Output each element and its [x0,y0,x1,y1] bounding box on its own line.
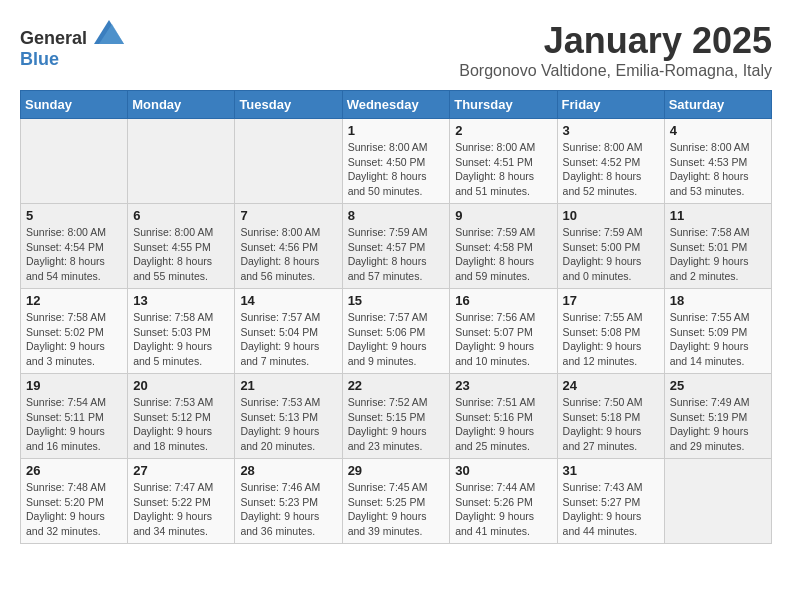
day-info: Sunrise: 7:57 AM Sunset: 5:06 PM Dayligh… [348,310,445,369]
weekday-header-sunday: Sunday [21,91,128,119]
day-info: Sunrise: 7:56 AM Sunset: 5:07 PM Dayligh… [455,310,551,369]
calendar-week-3: 12Sunrise: 7:58 AM Sunset: 5:02 PM Dayli… [21,289,772,374]
weekday-header-row: SundayMondayTuesdayWednesdayThursdayFrid… [21,91,772,119]
day-number: 22 [348,378,445,393]
calendar-cell: 1Sunrise: 8:00 AM Sunset: 4:50 PM Daylig… [342,119,450,204]
calendar-cell: 3Sunrise: 8:00 AM Sunset: 4:52 PM Daylig… [557,119,664,204]
logo: General Blue [20,20,124,70]
calendar-cell: 12Sunrise: 7:58 AM Sunset: 5:02 PM Dayli… [21,289,128,374]
weekday-header-wednesday: Wednesday [342,91,450,119]
logo-blue: Blue [20,49,59,69]
calendar-cell: 22Sunrise: 7:52 AM Sunset: 5:15 PM Dayli… [342,374,450,459]
day-number: 16 [455,293,551,308]
calendar-week-1: 1Sunrise: 8:00 AM Sunset: 4:50 PM Daylig… [21,119,772,204]
weekday-header-thursday: Thursday [450,91,557,119]
day-number: 25 [670,378,766,393]
calendar-cell: 14Sunrise: 7:57 AM Sunset: 5:04 PM Dayli… [235,289,342,374]
day-info: Sunrise: 8:00 AM Sunset: 4:50 PM Dayligh… [348,140,445,199]
day-info: Sunrise: 7:48 AM Sunset: 5:20 PM Dayligh… [26,480,122,539]
day-info: Sunrise: 7:51 AM Sunset: 5:16 PM Dayligh… [455,395,551,454]
day-number: 30 [455,463,551,478]
day-number: 5 [26,208,122,223]
calendar-cell: 8Sunrise: 7:59 AM Sunset: 4:57 PM Daylig… [342,204,450,289]
day-number: 6 [133,208,229,223]
calendar-cell: 28Sunrise: 7:46 AM Sunset: 5:23 PM Dayli… [235,459,342,544]
day-info: Sunrise: 7:53 AM Sunset: 5:12 PM Dayligh… [133,395,229,454]
day-number: 1 [348,123,445,138]
calendar-cell: 15Sunrise: 7:57 AM Sunset: 5:06 PM Dayli… [342,289,450,374]
day-info: Sunrise: 7:53 AM Sunset: 5:13 PM Dayligh… [240,395,336,454]
day-number: 4 [670,123,766,138]
calendar-cell: 13Sunrise: 7:58 AM Sunset: 5:03 PM Dayli… [128,289,235,374]
weekday-header-monday: Monday [128,91,235,119]
calendar-cell: 16Sunrise: 7:56 AM Sunset: 5:07 PM Dayli… [450,289,557,374]
day-number: 8 [348,208,445,223]
calendar-week-4: 19Sunrise: 7:54 AM Sunset: 5:11 PM Dayli… [21,374,772,459]
day-info: Sunrise: 7:55 AM Sunset: 5:09 PM Dayligh… [670,310,766,369]
day-info: Sunrise: 7:44 AM Sunset: 5:26 PM Dayligh… [455,480,551,539]
calendar-cell: 21Sunrise: 7:53 AM Sunset: 5:13 PM Dayli… [235,374,342,459]
day-info: Sunrise: 7:59 AM Sunset: 4:57 PM Dayligh… [348,225,445,284]
month-title: January 2025 [459,20,772,62]
day-info: Sunrise: 7:46 AM Sunset: 5:23 PM Dayligh… [240,480,336,539]
day-number: 3 [563,123,659,138]
day-info: Sunrise: 7:47 AM Sunset: 5:22 PM Dayligh… [133,480,229,539]
day-info: Sunrise: 7:43 AM Sunset: 5:27 PM Dayligh… [563,480,659,539]
weekday-header-friday: Friday [557,91,664,119]
calendar-cell: 2Sunrise: 8:00 AM Sunset: 4:51 PM Daylig… [450,119,557,204]
calendar-cell: 4Sunrise: 8:00 AM Sunset: 4:53 PM Daylig… [664,119,771,204]
day-info: Sunrise: 7:58 AM Sunset: 5:02 PM Dayligh… [26,310,122,369]
day-info: Sunrise: 7:45 AM Sunset: 5:25 PM Dayligh… [348,480,445,539]
day-info: Sunrise: 7:59 AM Sunset: 4:58 PM Dayligh… [455,225,551,284]
day-info: Sunrise: 8:00 AM Sunset: 4:55 PM Dayligh… [133,225,229,284]
location-subtitle: Borgonovo Valtidone, Emilia-Romagna, Ita… [459,62,772,80]
day-number: 24 [563,378,659,393]
day-number: 10 [563,208,659,223]
day-info: Sunrise: 7:52 AM Sunset: 5:15 PM Dayligh… [348,395,445,454]
day-info: Sunrise: 7:59 AM Sunset: 5:00 PM Dayligh… [563,225,659,284]
calendar-cell: 25Sunrise: 7:49 AM Sunset: 5:19 PM Dayli… [664,374,771,459]
day-info: Sunrise: 7:58 AM Sunset: 5:03 PM Dayligh… [133,310,229,369]
day-info: Sunrise: 8:00 AM Sunset: 4:54 PM Dayligh… [26,225,122,284]
day-info: Sunrise: 7:54 AM Sunset: 5:11 PM Dayligh… [26,395,122,454]
calendar-cell: 6Sunrise: 8:00 AM Sunset: 4:55 PM Daylig… [128,204,235,289]
day-info: Sunrise: 7:50 AM Sunset: 5:18 PM Dayligh… [563,395,659,454]
day-number: 2 [455,123,551,138]
day-info: Sunrise: 7:57 AM Sunset: 5:04 PM Dayligh… [240,310,336,369]
day-number: 23 [455,378,551,393]
calendar-cell: 27Sunrise: 7:47 AM Sunset: 5:22 PM Dayli… [128,459,235,544]
day-info: Sunrise: 7:58 AM Sunset: 5:01 PM Dayligh… [670,225,766,284]
title-area: January 2025 Borgonovo Valtidone, Emilia… [459,20,772,80]
day-number: 21 [240,378,336,393]
day-number: 15 [348,293,445,308]
calendar-cell: 18Sunrise: 7:55 AM Sunset: 5:09 PM Dayli… [664,289,771,374]
logo-general: General [20,28,87,48]
calendar-cell: 19Sunrise: 7:54 AM Sunset: 5:11 PM Dayli… [21,374,128,459]
calendar-cell: 24Sunrise: 7:50 AM Sunset: 5:18 PM Dayli… [557,374,664,459]
calendar-cell [21,119,128,204]
weekday-header-saturday: Saturday [664,91,771,119]
calendar-header: SundayMondayTuesdayWednesdayThursdayFrid… [21,91,772,119]
day-number: 19 [26,378,122,393]
calendar-body: 1Sunrise: 8:00 AM Sunset: 4:50 PM Daylig… [21,119,772,544]
day-number: 13 [133,293,229,308]
day-number: 14 [240,293,336,308]
day-number: 28 [240,463,336,478]
day-number: 17 [563,293,659,308]
weekday-header-tuesday: Tuesday [235,91,342,119]
calendar-cell: 26Sunrise: 7:48 AM Sunset: 5:20 PM Dayli… [21,459,128,544]
calendar-cell: 31Sunrise: 7:43 AM Sunset: 5:27 PM Dayli… [557,459,664,544]
day-number: 18 [670,293,766,308]
calendar-cell: 7Sunrise: 8:00 AM Sunset: 4:56 PM Daylig… [235,204,342,289]
day-info: Sunrise: 7:55 AM Sunset: 5:08 PM Dayligh… [563,310,659,369]
calendar-cell: 29Sunrise: 7:45 AM Sunset: 5:25 PM Dayli… [342,459,450,544]
day-info: Sunrise: 8:00 AM Sunset: 4:56 PM Dayligh… [240,225,336,284]
calendar-week-5: 26Sunrise: 7:48 AM Sunset: 5:20 PM Dayli… [21,459,772,544]
calendar-cell: 5Sunrise: 8:00 AM Sunset: 4:54 PM Daylig… [21,204,128,289]
calendar-cell: 10Sunrise: 7:59 AM Sunset: 5:00 PM Dayli… [557,204,664,289]
day-number: 29 [348,463,445,478]
calendar-cell: 30Sunrise: 7:44 AM Sunset: 5:26 PM Dayli… [450,459,557,544]
calendar-cell [235,119,342,204]
calendar-week-2: 5Sunrise: 8:00 AM Sunset: 4:54 PM Daylig… [21,204,772,289]
logo-text: General Blue [20,20,124,70]
